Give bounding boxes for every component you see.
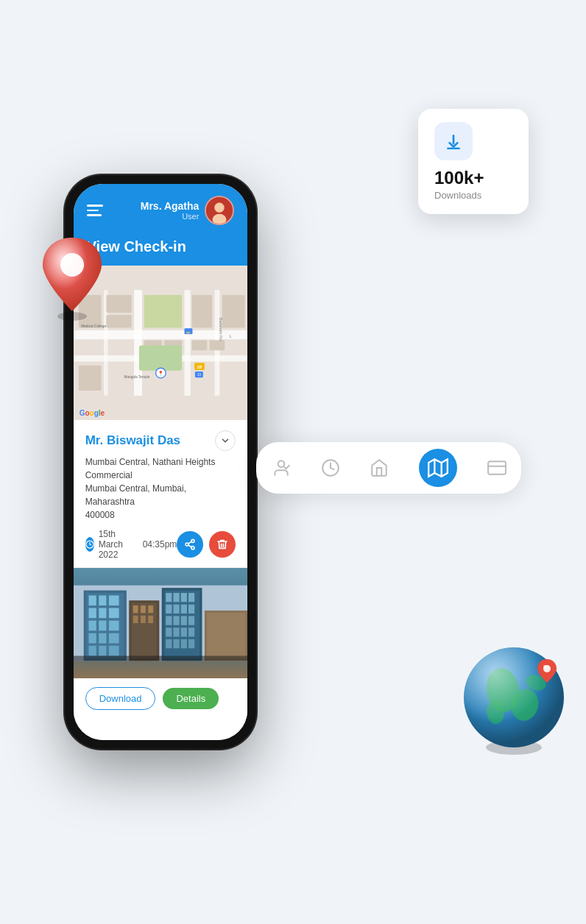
scene-wrapper: 100k+ Downloads	[72, 21, 514, 903]
svg-marker-107	[428, 459, 448, 476]
google-watermark: Google	[80, 409, 105, 417]
download-label: Downloads	[434, 190, 512, 201]
svg-line-52	[188, 545, 192, 547]
svg-rect-98	[166, 639, 172, 648]
nav-active-circle	[419, 449, 457, 487]
download-card-icon	[434, 122, 473, 160]
menu-icon[interactable]	[87, 205, 103, 216]
nav-item-profile[interactable]	[272, 458, 291, 477]
download-count: 100k+	[434, 168, 512, 188]
checkin-address: Mumbai Central, Nathani Heights Commerci…	[85, 455, 236, 522]
nav-item-history[interactable]	[321, 458, 340, 477]
expand-button[interactable]	[215, 430, 236, 451]
svg-text:🚌: 🚌	[186, 329, 191, 335]
svg-point-105	[278, 461, 284, 467]
svg-rect-75	[141, 605, 146, 613]
nav-item-map[interactable]	[419, 449, 457, 487]
svg-rect-95	[173, 628, 179, 636]
checkin-name-row: Mr. Biswajit Das	[85, 430, 236, 451]
scene: 100k+ Downloads	[72, 21, 514, 903]
svg-rect-26	[106, 295, 131, 313]
svg-rect-64	[99, 621, 106, 631]
svg-rect-21	[184, 290, 190, 396]
svg-rect-101	[188, 639, 194, 648]
svg-rect-32	[139, 345, 182, 370]
svg-rect-83	[173, 593, 179, 602]
svg-rect-103	[207, 613, 245, 658]
svg-rect-79	[148, 616, 153, 623]
svg-text:L: L	[230, 335, 232, 338]
avatar	[205, 196, 234, 225]
globe-icon	[455, 639, 573, 756]
svg-rect-20	[134, 290, 142, 396]
svg-rect-100	[180, 639, 186, 648]
app-header: Mrs. Agatha User	[74, 184, 248, 235]
nav-item-wallet[interactable]	[487, 458, 506, 477]
svg-rect-87	[173, 605, 179, 614]
svg-rect-66	[88, 633, 96, 644]
svg-rect-93	[188, 616, 194, 625]
action-buttons	[177, 531, 236, 558]
svg-point-12	[543, 665, 546, 668]
checkin-date: 15th March 2022	[99, 529, 129, 560]
checkin-time-value: 04:35pm	[143, 539, 177, 550]
svg-rect-68	[109, 633, 119, 644]
svg-rect-76	[148, 605, 153, 613]
svg-rect-94	[166, 628, 172, 636]
user-role: User	[141, 212, 200, 221]
checkin-person-name: Mr. Biswajit Das	[85, 433, 180, 448]
svg-rect-91	[173, 616, 179, 625]
svg-rect-69	[88, 646, 96, 656]
user-text: Mrs. Agatha User	[141, 200, 200, 221]
svg-rect-92	[180, 616, 186, 625]
download-stats-card: 100k+ Downloads	[418, 109, 529, 214]
svg-rect-33	[191, 341, 207, 351]
svg-rect-96	[180, 628, 186, 636]
svg-rect-63	[88, 621, 96, 631]
svg-text:Mangala Temple: Mangala Temple	[124, 375, 149, 379]
building-photo	[74, 568, 248, 678]
svg-rect-34	[209, 341, 225, 351]
svg-rect-58	[99, 595, 106, 605]
svg-line-53	[188, 541, 192, 544]
checkin-card: Mr. Biswajit Das Mumbai Central, Nathani…	[74, 420, 248, 740]
svg-rect-67	[99, 633, 106, 644]
nav-item-home[interactable]	[370, 458, 389, 477]
checkin-meta: 15th March 2022 04:35pm	[85, 529, 236, 560]
user-info: Mrs. Agatha User	[141, 196, 235, 225]
svg-rect-35	[222, 295, 244, 327]
svg-rect-29	[191, 295, 211, 327]
svg-point-3	[64, 257, 71, 264]
svg-rect-85	[188, 593, 194, 602]
bottom-nav	[256, 442, 521, 494]
svg-rect-27	[106, 315, 131, 327]
svg-text:Medical College: Medical College	[81, 324, 106, 328]
svg-rect-62	[109, 608, 119, 618]
share-button[interactable]	[177, 531, 203, 558]
svg-rect-84	[180, 593, 186, 602]
svg-rect-110	[488, 461, 506, 474]
svg-rect-99	[173, 639, 179, 648]
svg-rect-90	[166, 616, 172, 625]
delete-button[interactable]	[209, 531, 236, 558]
svg-rect-60	[88, 608, 96, 618]
details-button[interactable]: Details	[163, 688, 219, 709]
clock-icon	[85, 537, 94, 552]
svg-rect-65	[109, 621, 119, 631]
svg-rect-71	[109, 646, 119, 656]
checkin-info: Mr. Biswajit Das Mumbai Central, Nathani…	[74, 420, 248, 568]
svg-rect-78	[141, 616, 146, 623]
svg-point-1	[57, 312, 87, 321]
svg-rect-89	[188, 605, 194, 614]
svg-text:13: 13	[197, 373, 201, 377]
svg-rect-25	[78, 366, 101, 391]
svg-rect-88	[180, 605, 186, 614]
svg-point-2	[60, 253, 84, 277]
download-button[interactable]: Download	[85, 687, 156, 710]
card-actions: Download Details	[74, 678, 248, 719]
user-name: Mrs. Agatha	[141, 200, 200, 212]
svg-text:2B: 2B	[197, 365, 202, 369]
svg-rect-28	[144, 295, 181, 327]
svg-rect-70	[99, 646, 106, 656]
location-pin-icon	[35, 234, 109, 315]
